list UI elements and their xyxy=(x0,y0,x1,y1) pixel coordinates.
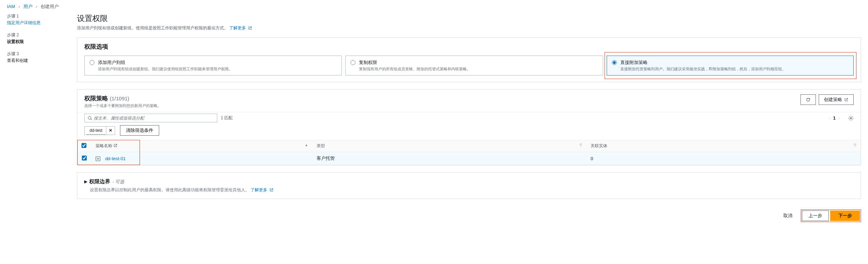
gear-icon[interactable] xyxy=(848,115,854,121)
chip-remove-button[interactable]: ✕ xyxy=(106,127,115,134)
option-attach-policy[interactable]: 直接附加策略 直接附加托管策略到用户。我们建议采用最佳实践，即附加策略到组，然后… xyxy=(607,56,854,76)
option-desc: 复制现有用户的所有组成员资格、附加的托管式策略和内联策略。 xyxy=(359,66,471,72)
breadcrumb-iam[interactable]: IAM xyxy=(7,4,15,9)
option-desc: 添加用户到现有组或创建新组。我们建议使用组按照工作职能来管理用户权限。 xyxy=(98,66,233,72)
match-count: 1 匹配 xyxy=(221,115,233,121)
step-label: 步骤 3 xyxy=(7,51,66,57)
step-2-current: 设置权限 xyxy=(7,39,66,45)
external-link-icon xyxy=(844,98,848,102)
search-input-wrapper[interactable] xyxy=(84,114,217,122)
page-prev[interactable]: ‹ xyxy=(829,115,830,121)
search-icon xyxy=(87,116,92,121)
page-next[interactable]: › xyxy=(838,115,840,121)
radio-add-to-group[interactable] xyxy=(90,60,94,65)
permission-policies-panel: 权限策略 (1/1091) 选择一个或多个要附加到您的新用户的策略。 创建策略 xyxy=(77,89,861,165)
external-link-icon xyxy=(248,26,252,30)
step-1-link[interactable]: 指定用户详细信息 xyxy=(7,20,66,26)
policies-count: (1/1091) xyxy=(110,95,129,101)
page-title: 设置权限 xyxy=(77,13,861,24)
boundary-header[interactable]: ▶ 权限边界 - 可选 xyxy=(77,173,861,187)
svg-point-1 xyxy=(850,117,852,119)
sort-icon: ▽ xyxy=(579,143,582,147)
chevron-right-icon: › xyxy=(36,4,37,9)
step-label: 步骤 1 xyxy=(7,13,66,19)
chevron-right-icon: › xyxy=(19,4,20,9)
filter-chip: dd-test ✕ xyxy=(84,126,115,135)
policy-type: 客户托管 xyxy=(312,152,587,165)
option-title: 复制权限 xyxy=(359,59,471,66)
breadcrumb-current: 创建用户 xyxy=(41,4,59,9)
annotation-highlight-3: 上一步 下一步 xyxy=(801,209,861,222)
learn-more-link[interactable]: 了解更多 xyxy=(229,26,252,30)
search-input[interactable] xyxy=(94,116,214,121)
policy-attached: 0 xyxy=(586,152,861,165)
previous-button[interactable]: 上一步 xyxy=(802,211,829,221)
refresh-icon xyxy=(806,97,811,102)
panel-header: 权限选项 xyxy=(77,38,861,56)
policies-table: 策略名称 ▲ 类型 ▽ 关联实体 ▽ xyxy=(77,140,861,165)
table-row[interactable]: dd-test-01 客户托管 0 xyxy=(77,152,861,165)
expand-icon[interactable] xyxy=(96,156,100,161)
clear-filters-button[interactable]: 清除筛选条件 xyxy=(120,125,159,136)
option-title: 直接附加策略 xyxy=(620,59,786,66)
boundary-learn-more-link[interactable]: 了解更多 xyxy=(250,187,273,192)
step-3: 查看和创建 xyxy=(7,58,66,64)
footer-actions: 取消 上一步 下一步 xyxy=(77,206,861,229)
column-attached[interactable]: 关联实体 ▽ xyxy=(586,140,861,152)
sort-asc-icon: ▲ xyxy=(305,143,308,147)
policy-name-link[interactable]: dd-test-01 xyxy=(105,156,126,161)
page-description: 添加用户到现有组或创建新组。使用组是按照工作职能管理用户权限的最佳方式。 了解更… xyxy=(77,25,861,31)
step-label: 步骤 2 xyxy=(7,32,66,38)
breadcrumb-users[interactable]: 用户 xyxy=(23,4,33,9)
breadcrumb: IAM › 用户 › 创建用户 xyxy=(0,0,868,13)
option-desc: 直接附加托管策略到用户。我们建议采用最佳实践，即附加策略到组，然后，添加用户到相… xyxy=(620,66,786,72)
chip-label: dd-test xyxy=(87,127,105,135)
next-button[interactable]: 下一步 xyxy=(830,211,860,221)
caret-right-icon: ▶ xyxy=(84,179,87,184)
row-checkbox[interactable] xyxy=(82,156,87,160)
svg-point-0 xyxy=(88,116,91,119)
optional-label: - 可选 xyxy=(112,179,124,185)
column-type[interactable]: 类型 ▽ xyxy=(312,140,587,152)
permission-boundary-panel: ▶ 权限边界 - 可选 设置权限边界以控制此用户的最高权限。请使用此高级功能将权… xyxy=(77,172,861,199)
radio-copy-permissions[interactable] xyxy=(351,60,355,65)
cancel-button[interactable]: 取消 xyxy=(778,211,797,221)
radio-attach-policy[interactable] xyxy=(612,60,617,65)
policies-title: 权限策略 xyxy=(84,95,108,102)
policies-subtitle: 选择一个或多个要附加到您的新用户的策略。 xyxy=(84,103,161,108)
page-number: 1 xyxy=(833,115,835,121)
boundary-desc: 设置权限边界以控制此用户的最高权限。请使用此高级功能将权限管理委派给其他人。 了… xyxy=(77,187,861,199)
select-all-checkbox[interactable] xyxy=(82,143,86,148)
option-title: 添加用户到组 xyxy=(98,59,233,66)
option-copy-permissions[interactable]: 复制权限 复制现有用户的所有组成员资格、附加的托管式策略和内联策略。 xyxy=(345,56,603,76)
column-policy-name[interactable]: 策略名称 ▲ xyxy=(91,140,312,152)
refresh-button[interactable] xyxy=(800,94,816,105)
create-policy-button[interactable]: 创建策略 xyxy=(819,94,854,105)
permission-options-panel: 权限选项 添加用户到组 添加用户到现有组或创建新组。我们建议使用组按照工作职能来… xyxy=(77,37,861,82)
external-link-icon xyxy=(269,188,274,192)
wizard-steps: 步骤 1 指定用户详细信息 步骤 2 设置权限 步骤 3 查看和创建 xyxy=(7,13,66,229)
external-link-icon xyxy=(113,143,118,148)
sort-icon: ▽ xyxy=(854,143,856,147)
option-add-to-group[interactable]: 添加用户到组 添加用户到现有组或创建新组。我们建议使用组按照工作职能来管理用户权… xyxy=(84,56,342,76)
